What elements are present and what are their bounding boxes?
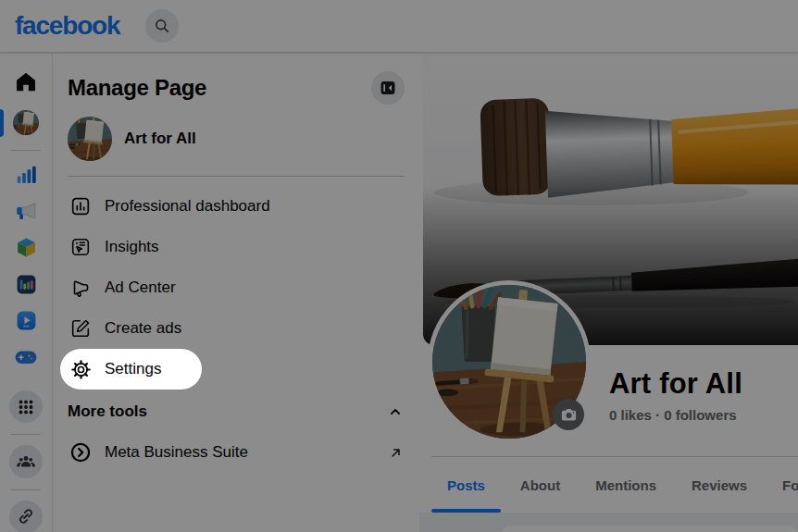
rail-divider <box>11 434 41 435</box>
camera-icon <box>560 406 578 424</box>
rail-divider <box>11 489 41 490</box>
rail-groups-button[interactable] <box>9 445 43 477</box>
rail-divider <box>11 150 41 151</box>
professional-dashboard-icon <box>15 273 38 296</box>
home-icon <box>14 70 38 94</box>
ad-center-megaphone-icon <box>14 199 38 223</box>
apps-grid-icon <box>16 397 36 417</box>
page-stats: 0 likes · 0 followers <box>609 407 742 423</box>
facebook-manage-page-app: facebook <box>0 0 798 532</box>
search-button[interactable] <box>145 9 179 43</box>
page-avatar <box>68 117 112 161</box>
sidebar-title: Manage Page <box>68 75 206 101</box>
page-profile-header: Art for All 0 likes · 0 followers Posts … <box>419 53 798 532</box>
search-icon <box>153 17 171 35</box>
collapse-sidebar-icon <box>379 79 397 97</box>
chevron-up-icon <box>386 402 405 421</box>
meta-business-suite-icon <box>68 439 94 465</box>
professional-dashboard-icon <box>68 193 94 219</box>
menu-item-label: Meta Business Suite <box>105 443 376 462</box>
menu-item-label: Insights <box>105 238 159 256</box>
menu-item-meta-business-suite[interactable]: Meta Business Suite <box>60 432 412 473</box>
menu-item-label: Professional dashboard <box>105 197 270 216</box>
more-tools-list: Meta Business Suite <box>60 432 412 473</box>
page-name: Art for All <box>609 367 742 401</box>
rail-commerce-icon[interactable] <box>13 235 39 261</box>
tab-mentions[interactable]: Mentions <box>580 457 672 513</box>
menu-item-insights[interactable]: Insights <box>60 227 412 267</box>
insights-icon <box>68 234 94 260</box>
left-rail <box>0 53 53 532</box>
tab-reviews[interactable]: Reviews <box>676 457 763 513</box>
groups-icon <box>16 452 36 472</box>
link-icon <box>16 506 36 526</box>
sidebar-menu: Professional dashboard Insights <box>60 186 412 390</box>
rail-video-icon[interactable] <box>13 308 39 334</box>
rail-link-button[interactable] <box>9 501 43 532</box>
menu-item-label: Create ads <box>105 319 181 338</box>
settings-gear-icon <box>68 356 94 382</box>
video-icon <box>15 309 38 332</box>
profile-tabs: Posts About Mentions Reviews Followers <box>431 457 798 513</box>
rail-ad-center-icon[interactable] <box>13 199 39 225</box>
menu-item-professional-dashboard[interactable]: Professional dashboard <box>60 186 412 227</box>
rail-apps-menu[interactable] <box>9 390 43 423</box>
edit-profile-photo-button[interactable] <box>553 399 584 430</box>
rail-home-icon[interactable] <box>13 69 39 95</box>
create-ads-icon <box>68 315 94 341</box>
sidebar-page-name: Art for All <box>124 130 196 148</box>
menu-item-label: Settings <box>105 360 161 378</box>
facebook-logo[interactable]: facebook <box>15 11 119 41</box>
commerce-cube-icon <box>15 236 38 259</box>
more-tools-label: More tools <box>68 402 147 421</box>
content-card <box>501 526 798 532</box>
sidebar-divider <box>68 176 405 177</box>
rail-page-avatar[interactable] <box>13 110 39 136</box>
top-navigation-bar: facebook <box>0 0 798 53</box>
menu-item-create-ads[interactable]: Create ads <box>60 308 412 349</box>
rail-gaming-icon[interactable] <box>13 345 39 371</box>
collapse-sidebar-button[interactable] <box>371 71 405 105</box>
menu-item-ad-center[interactable]: Ad Center <box>60 267 412 308</box>
ad-center-icon <box>68 275 94 301</box>
rail-dashboard-icon[interactable] <box>13 272 39 298</box>
sidebar-page-art-for-all[interactable]: Art for All <box>68 117 405 161</box>
tab-posts[interactable]: Posts <box>431 457 501 513</box>
tab-followers[interactable]: Followers <box>767 457 798 513</box>
rail-insights-icon[interactable] <box>13 162 39 188</box>
app-body: Manage Page Art for All <box>0 53 798 532</box>
profile-identity: Art for All 0 likes · 0 followers <box>609 367 742 423</box>
gaming-icon <box>14 345 38 369</box>
page-avatar-thumb <box>13 110 39 136</box>
more-tools-toggle[interactable]: More tools <box>60 391 412 432</box>
menu-item-settings[interactable]: Settings <box>60 349 202 390</box>
active-page-indicator <box>0 109 4 137</box>
tab-about[interactable]: About <box>505 457 576 513</box>
manage-page-sidebar: Manage Page Art for All <box>53 53 419 532</box>
menu-item-label: Ad Center <box>105 278 176 297</box>
external-link-icon <box>387 444 405 462</box>
insights-chart-icon <box>15 163 38 186</box>
